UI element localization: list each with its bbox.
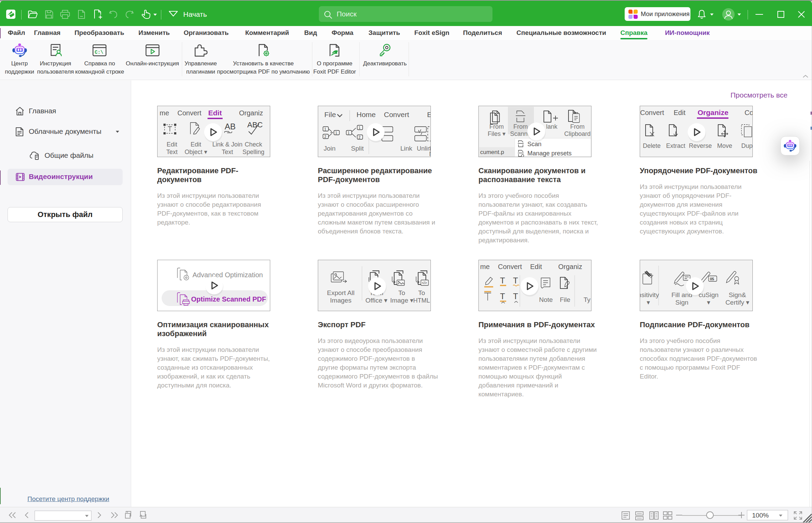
svg-text:Organiz: Organiz — [558, 263, 582, 270]
svg-text:05: 05 — [710, 277, 714, 281]
svg-text:Sign&: Sign& — [729, 291, 746, 298]
svg-text:Extract: Extract — [666, 142, 685, 149]
svg-text:1: 1 — [335, 131, 337, 135]
svg-text:ABC: ABC — [247, 120, 263, 129]
svg-text:Optimize Scanned PDF: Optimize Scanned PDF — [191, 295, 266, 303]
svg-text:Certify ▾: Certify ▾ — [725, 299, 749, 306]
svg-text:Organiz: Organiz — [239, 109, 263, 117]
svg-text:From: From — [570, 123, 585, 130]
svg-text:Note: Note — [539, 296, 553, 303]
svg-text:From: From — [489, 123, 504, 130]
svg-text:Text: Text — [222, 149, 233, 155]
svg-text:Dupli: Dupli — [741, 142, 752, 149]
svg-text:HTML: HTML — [413, 297, 430, 304]
svg-text:▾: ▾ — [647, 299, 650, 306]
svg-text:1: 1 — [359, 126, 361, 130]
svg-text:Ty: Ty — [584, 296, 591, 303]
svg-text:Link: Link — [400, 145, 412, 152]
svg-text:E: E — [427, 111, 430, 118]
svg-text:T: T — [513, 292, 518, 301]
svg-text:C:\: C:\ — [95, 50, 103, 55]
svg-text:Scan: Scan — [527, 141, 541, 148]
svg-text:Convert: Convert — [498, 263, 522, 270]
svg-text:Convert: Convert — [177, 109, 201, 117]
svg-text:Spelling: Spelling — [242, 149, 264, 155]
svg-text:me: me — [160, 109, 169, 117]
svg-text:To: To — [418, 289, 425, 296]
svg-text:Clipboard: Clipboard — [564, 130, 590, 137]
svg-text:Unlink: Unlink — [417, 145, 430, 152]
svg-text:▾: ▾ — [707, 299, 710, 306]
svg-text:Edit: Edit — [530, 263, 542, 270]
svg-text:cument.p: cument.p — [480, 149, 504, 155]
svg-text:2: 2 — [324, 135, 326, 139]
svg-text:Convert: Convert — [640, 109, 664, 116]
svg-text:Join: Join — [324, 145, 336, 152]
svg-text:Link & Join: Link & Join — [212, 141, 242, 148]
svg-text:Edit: Edit — [166, 141, 177, 148]
svg-text:From: From — [513, 123, 528, 130]
svg-text:Office ▾: Office ▾ — [365, 297, 388, 304]
svg-text:T: T — [513, 276, 518, 285]
svg-text:Manage presets: Manage presets — [527, 150, 572, 157]
svg-text:1: 1 — [324, 127, 326, 131]
svg-text:Delete: Delete — [643, 142, 661, 149]
svg-text:Co: Co — [745, 109, 752, 116]
svg-text:Reverse: Reverse — [689, 142, 712, 149]
svg-text:Sign: Sign — [675, 299, 688, 306]
svg-text:Organize: Organize — [698, 109, 728, 116]
svg-text:Object ▾: Object ▾ — [185, 149, 207, 155]
svg-text:T: T — [500, 292, 505, 301]
svg-text:Image ▾: Image ▾ — [390, 297, 413, 304]
svg-text:Convert: Convert — [384, 111, 409, 118]
svg-text:AB: AB — [225, 122, 236, 131]
svg-text:Images: Images — [330, 297, 351, 304]
svg-text:2: 2 — [359, 136, 361, 139]
svg-text:Files ▾: Files ▾ — [488, 130, 505, 137]
svg-text:Edit: Edit — [208, 109, 222, 117]
svg-text:File: File — [560, 296, 571, 303]
svg-text:</>: </> — [422, 281, 427, 285]
svg-text:Edit: Edit — [674, 109, 686, 116]
svg-text:N: N — [429, 150, 430, 157]
svg-text:File: File — [324, 111, 336, 118]
svg-text:Move: Move — [717, 142, 732, 149]
svg-text:Split: Split — [351, 145, 364, 152]
svg-text:T: T — [500, 276, 505, 285]
svg-text:Edit: Edit — [190, 141, 201, 148]
svg-text:Home: Home — [357, 111, 376, 118]
svg-text:nsitivity: nsitivity — [640, 291, 659, 298]
svg-text:Check: Check — [245, 141, 262, 148]
svg-text:Export All: Export All — [327, 289, 354, 296]
svg-text:Advanced Optimization: Advanced Optimization — [192, 271, 263, 279]
svg-text:Text: Text — [166, 149, 177, 155]
svg-text:1: 1 — [348, 131, 350, 135]
svg-text:To: To — [398, 289, 405, 296]
svg-text:me: me — [480, 263, 490, 270]
svg-text:lank: lank — [546, 123, 558, 130]
